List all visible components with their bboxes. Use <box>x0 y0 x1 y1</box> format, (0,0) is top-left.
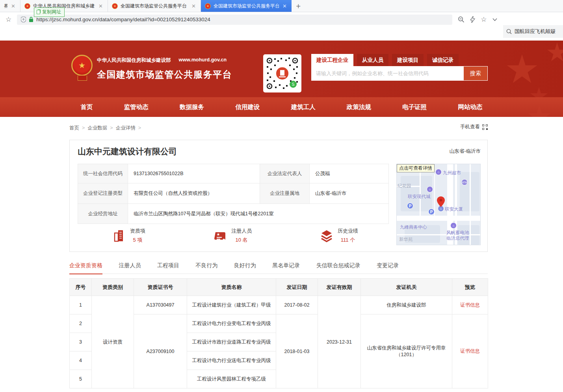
favorite-star-icon[interactable]: ☆ <box>481 15 487 24</box>
tab-title: 界 <box>4 3 7 9</box>
map-label-garden: 纪花园 <box>398 183 411 189</box>
company-stats: 资质项 5 项 ★ 注册人员 10 名 <box>78 227 388 248</box>
nav-item-data-service[interactable]: 数据服务 <box>180 97 204 117</box>
certificate-info-link[interactable]: 证书信息 <box>460 348 480 354</box>
browser-tab-jzsc[interactable]: ★ 全国建筑市场监管公共服务平台 ✕ <box>108 0 201 12</box>
reg-type-value: 有限责任公司（自然人投资或控股） <box>128 183 260 204</box>
search-button[interactable]: 搜索 <box>463 66 488 81</box>
credit-code-value: 91371302675501022B <box>128 164 260 183</box>
quick-search-box[interactable]: 国航回应飞机颠簸 <box>503 25 563 38</box>
zoom-out-icon[interactable] <box>458 16 465 23</box>
browser-tab-partial[interactable]: 界 ✕ <box>0 0 20 12</box>
breadcrumb-separator <box>138 125 141 131</box>
cell-issue-date: 2017-08-02 <box>276 296 318 314</box>
stat-registered-personnel: ★ 注册人员 10 名 <box>214 227 252 244</box>
nav-item-credit[interactable]: 信用建设 <box>235 97 260 117</box>
col-name: 资质名称 <box>187 279 276 296</box>
search-tab-enterprise[interactable]: 建设工程企业 <box>311 54 353 66</box>
nav-item-supervision[interactable]: 监管动态 <box>124 97 149 117</box>
col-seq: 序号 <box>70 279 92 296</box>
cell-authority: 住房和城乡建设部 <box>361 296 452 314</box>
map-label-tower: 联安大厦 <box>445 206 463 212</box>
company-summary-card: 山东中元建筑设计有限公司 山东省-临沂市 统一社会信用代码 9137130267… <box>69 140 488 252</box>
col-cert-no: 资质证书号 <box>134 279 187 296</box>
screen: 界 ✕ ★ 中华人民共和国住房和城乡建设 ✕ ★ 全国建筑市场监管公共服务平台 … <box>0 0 563 392</box>
keyword-search-input[interactable] <box>311 66 463 81</box>
search-tab-personnel[interactable]: 从业人员 <box>357 54 388 66</box>
search-tab-credit[interactable]: 诚信记录 <box>427 54 459 66</box>
cell-name: 工程设计市政行业道路工程专业丙级 <box>187 333 276 351</box>
tab-projects[interactable]: 工程项目 <box>157 262 179 274</box>
breadcrumb-home[interactable]: 首页 <box>69 125 79 131</box>
legal-rep-label: 企业法定代表人 <box>260 164 310 183</box>
cell-name: 工程设计风景园林工程专项乙级 <box>187 370 276 388</box>
tab-good-behavior[interactable]: 良好行为 <box>234 262 256 274</box>
map-marker-battery: ⌂ <box>450 222 457 229</box>
map-marker-parking: P <box>407 203 413 209</box>
chevron-down-icon[interactable] <box>492 18 497 21</box>
layers-icon <box>320 229 333 242</box>
map-label-business-center: 九峰商务中心 <box>400 224 427 230</box>
breadcrumb-separator <box>82 125 85 131</box>
breadcrumb-company-detail[interactable]: 企业详情 <box>116 125 136 131</box>
tab-dishonesty[interactable]: 失信联合惩戒记录 <box>316 262 360 274</box>
tab-qualifications[interactable]: 企业资质资格 <box>69 262 102 274</box>
cell-seq: 2 <box>70 314 92 333</box>
tab-blacklist[interactable]: 黑名单记录 <box>272 262 300 274</box>
emblem-favicon: ★ <box>112 3 118 9</box>
tab-change-records[interactable]: 变更记录 <box>377 262 399 274</box>
search-category-tabs: 建设工程企业 从业人员 建设项目 诚信记录 <box>311 54 488 66</box>
breadcrumb-company-data[interactable]: 企业数据 <box>87 125 107 131</box>
map-label-supermarket: 九州超市 <box>443 170 461 176</box>
nav-item-workers[interactable]: 建筑工人 <box>291 97 316 117</box>
map-tooltip: 点击可查看详情 <box>397 164 435 172</box>
decor-star <box>506 54 538 86</box>
tab-close-icon[interactable]: ✕ <box>282 3 288 9</box>
reg-region-value: 山东省-临沂市 <box>310 183 389 204</box>
address-bar[interactable]: https://jzsc.mohurd.gov.cn/data/company/… <box>17 15 452 25</box>
qr-code-icon <box>482 124 488 130</box>
cell-category: 设计资质 <box>92 296 134 388</box>
tab-close-icon[interactable]: ✕ <box>10 3 16 9</box>
new-tab-button[interactable]: ＋ <box>292 0 305 12</box>
breadcrumb-separator <box>110 125 113 131</box>
col-validity: 发证有效期 <box>318 279 361 296</box>
company-name: 山东中元建筑设计有限公司 <box>78 146 177 157</box>
legal-rep-value: 公茂福 <box>310 164 389 183</box>
tab-bad-behavior[interactable]: 不良行为 <box>195 262 217 274</box>
search-icon <box>506 29 512 34</box>
certificate-info-link[interactable]: 证书信息 <box>460 302 480 308</box>
nav-item-policy[interactable]: 政策法规 <box>347 97 371 117</box>
browser-tab-active[interactable]: ★ 全国建筑市场监管公共服务平台 ✕ <box>201 0 292 12</box>
nav-item-e-license[interactable]: 电子证照 <box>402 97 427 117</box>
tab-close-icon[interactable]: ✕ <box>191 3 197 9</box>
search-tab-project[interactable]: 建设项目 <box>392 54 424 66</box>
site-header: ★ 中华人民共和国住房和城乡建设部 www.mohurd.gov.cn 全国建筑… <box>0 41 563 97</box>
nav-item-site-news[interactable]: 网站动态 <box>458 97 482 117</box>
qualification-table: 序号 资质类别 资质证书号 资质名称 发证日期 发证有效期 发证机关 预览 1 … <box>69 278 488 388</box>
address-value: 临沂市兰山区陶然路107号星河晶都（联安）现代城1号楼2201室 <box>128 204 389 224</box>
decor-star <box>528 105 551 117</box>
map-label-modern-city: 联安现代城 <box>408 194 431 200</box>
tab-close-icon[interactable]: ✕ <box>98 3 104 9</box>
svg-text:S: S <box>292 82 295 87</box>
decor-star <box>530 87 548 97</box>
tab-registered-personnel[interactable]: 注册人员 <box>119 262 141 274</box>
cell-seq: 1 <box>70 296 92 314</box>
ministry-url: www.mohurd.gov.cn <box>179 57 227 64</box>
cell-name: 工程设计建筑行业（建筑工程）甲级 <box>187 296 276 314</box>
cell-seq: 3 <box>70 333 92 351</box>
nav-item-home[interactable]: 首页 <box>81 97 93 117</box>
company-region: 山东省-临沂市 <box>450 148 481 155</box>
cell-cert-no: A137030497 <box>134 296 187 314</box>
national-emblem-logo: ★ <box>71 55 93 76</box>
mobile-view-link[interactable]: 手机查看 <box>460 124 488 130</box>
location-map[interactable]: ⌂ 九州超市 ATM 纪花园 ⌂ 联安现代城 P P ⌂ 联安大厦 九峰商务中心… <box>396 164 481 245</box>
lightning-icon[interactable] <box>470 16 475 23</box>
bookmark-star-icon[interactable]: ☆ <box>6 15 11 24</box>
header-search-widget: 建设工程企业 从业人员 建设项目 诚信记录 搜索 <box>311 54 488 81</box>
browser-tab-bar: 界 ✕ ★ 中华人民共和国住房和城乡建设 ✕ ★ 全国建筑市场监管公共服务平台 … <box>0 0 563 12</box>
table-header-row: 序号 资质类别 资质证书号 资质名称 发证日期 发证有效期 发证机关 预览 <box>70 279 488 296</box>
emblem-favicon: ★ <box>205 3 211 9</box>
credit-code-label: 统一社会信用代码 <box>78 164 128 183</box>
